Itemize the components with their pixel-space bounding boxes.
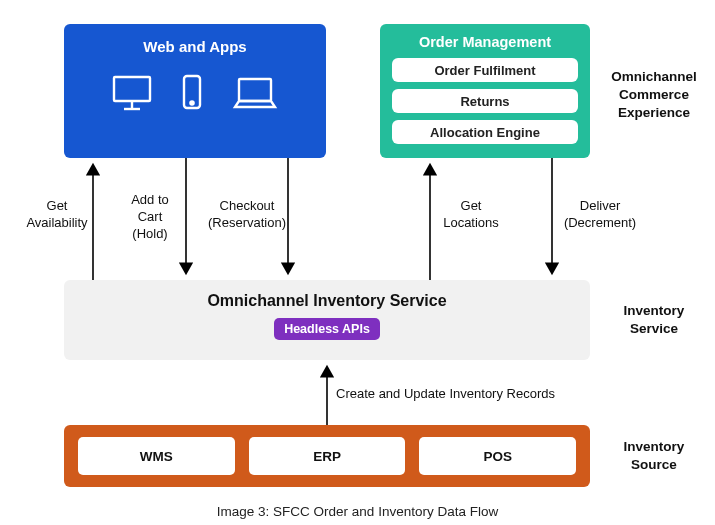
inventory-source-label: Inventory Source: [604, 438, 704, 474]
figure-caption: Image 3: SFCC Order and Inventory Data F…: [0, 504, 715, 519]
checkout-label: Checkout (Reservation): [202, 198, 292, 232]
returns-pill: Returns: [392, 89, 578, 113]
inventory-service-title: Omnichannel Inventory Service: [64, 292, 590, 310]
svg-point-4: [190, 101, 193, 104]
add-to-cart-label: Add to Cart (Hold): [118, 192, 182, 243]
inventory-service-box: Omnichannel Inventory Service Headless A…: [64, 280, 590, 360]
svg-rect-0: [114, 77, 150, 101]
web-and-apps-title: Web and Apps: [64, 38, 326, 55]
desktop-icon: [110, 73, 154, 117]
order-fulfilment-pill: Order Fulfilment: [392, 58, 578, 82]
headless-apis-badge: Headless APIs: [274, 318, 380, 340]
wms-pill: WMS: [78, 437, 235, 475]
order-management-title: Order Management: [392, 34, 578, 50]
web-and-apps-box: Web and Apps: [64, 24, 326, 158]
inventory-service-label: Inventory Service: [604, 302, 704, 338]
mobile-icon: [180, 73, 204, 117]
device-icons-row: [64, 73, 326, 117]
create-update-label: Create and Update Inventory Records: [336, 386, 566, 403]
inventory-source-box: WMS ERP POS: [64, 425, 590, 487]
allocation-engine-pill: Allocation Engine: [392, 120, 578, 144]
get-locations-label: Get Locations: [436, 198, 506, 232]
get-availability-label: Get Availability: [20, 198, 94, 232]
deliver-label: Deliver (Decrement): [556, 198, 644, 232]
omnichannel-commerce-label: Omnichannel Commerce Experience: [604, 68, 704, 123]
erp-pill: ERP: [249, 437, 406, 475]
laptop-icon: [230, 73, 280, 117]
order-management-box: Order Management Order Fulfilment Return…: [380, 24, 590, 158]
svg-rect-5: [239, 79, 271, 101]
pos-pill: POS: [419, 437, 576, 475]
